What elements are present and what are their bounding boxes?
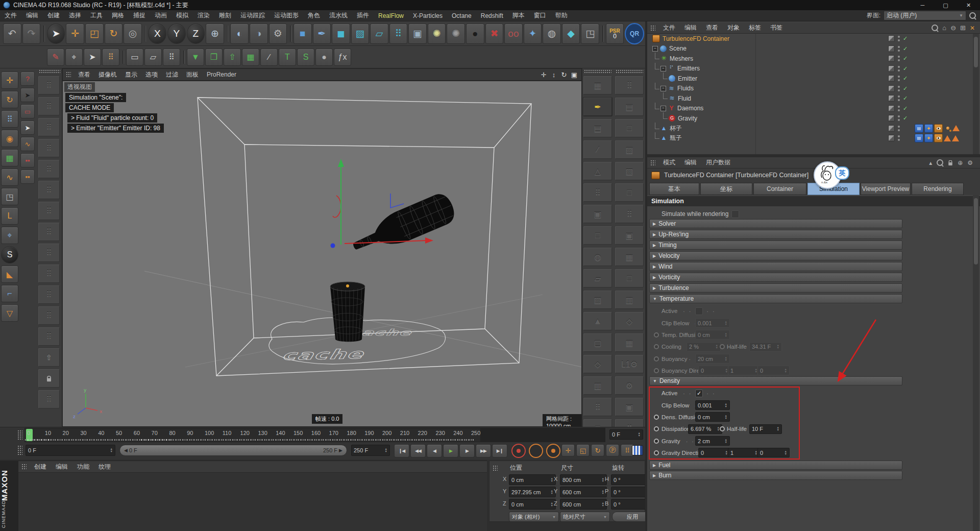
layer-chip[interactable] [888,75,895,82]
simulate-while-rendering-checkbox[interactable] [731,210,739,218]
floor-object-icon[interactable]: ▱ [370,23,388,44]
move-icon[interactable]: ✛ [66,23,84,44]
om-menu-对象[interactable]: 对象 [723,22,744,33]
frame-select-icon[interactable]: ▭ [20,104,35,118]
om-menu-标签[interactable]: 标签 [744,22,766,33]
palette-icon[interactable]: ⠿ [583,397,612,417]
settings-icon[interactable]: ⚙ [967,159,973,166]
enabled-check[interactable]: ✓ [903,105,909,112]
step-back-button[interactable]: ◀ [427,444,442,457]
material-menu-grip[interactable] [21,464,27,470]
palette-icon[interactable]: ⠿ [38,222,60,242]
pan-view-icon[interactable]: ✛ [540,71,548,79]
curve-tool-icon[interactable]: ∿ [20,137,35,151]
triangle-tag[interactable] [952,135,959,141]
maximize-button[interactable]: ▢ [934,0,957,10]
spheres-tag[interactable] [944,125,951,132]
om-menu-书签[interactable]: 书签 [766,22,787,33]
menu-创建[interactable]: 创建 [43,10,64,21]
light-object-2-icon[interactable]: ✺ [447,23,465,44]
select-arrow-icon[interactable]: ➤ [84,49,101,66]
play-backwards-button[interactable]: ◀◀ [410,444,426,457]
keyframe-ring[interactable] [654,356,659,361]
axis-mode-icon[interactable]: ▦ [1,149,18,166]
black-arrow-icon[interactable]: ➤ [20,88,35,102]
play-to-end-button[interactable]: ▶▶ [476,444,491,457]
tab-Rendering[interactable]: Rendering [912,183,964,195]
triangle-tag[interactable] [944,135,951,141]
palette-icon[interactable]: ▧ [615,161,644,181]
lock-icon[interactable] [948,162,952,165]
xpresso-icon[interactable]: ✖ [485,23,504,44]
group-Solver[interactable]: ▶Solver [649,219,902,228]
visibility-dots[interactable] [898,36,900,41]
palette-icon[interactable]: ⠿ [38,243,60,262]
rotate-tool-icon[interactable]: ↻ [1,91,18,108]
palette-icon[interactable]: ⠿ [615,76,644,95]
search-icon[interactable] [937,159,943,166]
palette-icon[interactable]: ▤ [583,118,612,138]
layer-chip[interactable] [888,65,895,72]
palette-icon[interactable]: ▨ [583,290,612,309]
coord-field-尺寸-Y[interactable]: 600 cm [560,487,607,497]
palette-icon[interactable]: ⚙ [615,376,644,395]
current-frame-field[interactable]: 0 F [26,445,115,456]
menu-X-Particles[interactable]: X-Particles [408,10,447,21]
key-rotation-button[interactable]: ↻ [591,444,604,456]
group-Burn[interactable]: ▶Burn [649,471,902,480]
param-field[interactable]: 1 [728,366,760,375]
tree-row-Emitters[interactable]: −⠋Emitters✓ [647,64,980,74]
key-scale-button[interactable]: ◱ [576,444,590,456]
fx-tool-icon[interactable]: ƒx [334,49,351,66]
palette-icon[interactable]: ▦ [615,247,644,267]
red-squares-icon[interactable]: ▪▪ [20,153,35,167]
search-icon[interactable] [969,12,976,19]
menu-帮助[interactable]: 帮助 [551,10,572,21]
layer-chip[interactable] [888,105,895,112]
right-palette-grip-1[interactable] [584,69,611,74]
param-field[interactable]: 0 [757,366,790,375]
palette-icon[interactable]: ◇ [615,311,644,331]
palette-icon[interactable]: ▣ [583,204,612,224]
array-object-icon[interactable]: ⠿ [389,23,408,44]
group-Density[interactable]: ▼Density [649,376,902,385]
param-field[interactable]: 0.001 [695,318,730,328]
interface-dropdown[interactable]: 启动 (用户)▼ [884,11,966,20]
paint-bucket-icon[interactable]: ◣ [1,266,18,283]
viewport-menu-grip[interactable] [66,71,71,78]
view-label[interactable]: 透视视图 [64,82,95,92]
visibility-dots[interactable] [898,95,900,101]
menu-脚本[interactable]: 脚本 [508,10,529,21]
extrude-icon[interactable]: ⇧ [224,49,241,66]
palette-icon[interactable]: ⠿ [38,159,60,179]
record-selection-button[interactable] [546,444,560,458]
polygon-pen-icon[interactable]: ▼ [187,49,204,66]
am-menu-grip[interactable] [650,160,655,166]
key-position-button[interactable]: ✛ [561,444,575,456]
palette-icon[interactable]: ▣ [615,397,644,417]
palette-icon[interactable]: ▣ [615,226,644,245]
palette-icon[interactable]: ⇧ [38,348,60,367]
palette-icon[interactable]: L1⚙ [615,354,644,374]
last-tool-icon[interactable]: ◎ [124,23,142,44]
palette-icon[interactable]: □ [583,226,612,245]
om-menu-查看[interactable]: 查看 [701,22,723,33]
coordinate-system-icon[interactable]: ⊕ [206,23,224,44]
camera-object-icon[interactable]: ▣ [408,23,427,44]
menu-动画[interactable]: 动画 [150,10,172,21]
menu-RealFlow[interactable]: RealFlow [374,10,408,21]
transport-grip[interactable] [17,445,22,455]
snap-sphere-icon[interactable]: ◉ [1,130,18,147]
flask-tool-icon[interactable]: ▽ [1,304,18,322]
tree-row-杯子[interactable]: ▲杯子▤✦ [647,124,980,134]
tab-Viewport Preview[interactable]: Viewport Preview [861,183,911,195]
menu-工具[interactable]: 工具 [86,10,107,21]
palette-icon[interactable]: ⠿ [583,183,612,202]
palette-icon[interactable]: ⠿ [38,138,60,158]
am-menu-模式[interactable]: 模式 [658,157,680,168]
palette-icon[interactable]: ⠿ [615,204,644,224]
tree-row-Meshers[interactable]: ✳Meshers✓ [647,54,980,64]
group-Temperature[interactable]: ▼Temperature [649,294,902,303]
palette-icon[interactable]: ▢ [583,333,612,352]
enabled-check[interactable]: ✓ [903,45,909,52]
